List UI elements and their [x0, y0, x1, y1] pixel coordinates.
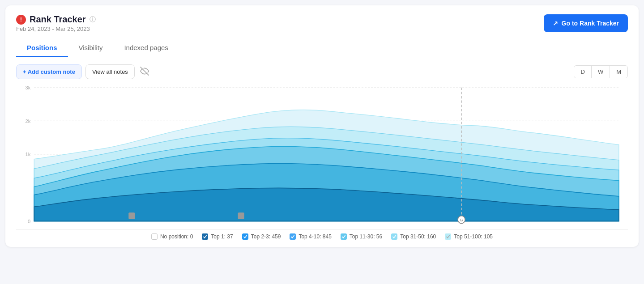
- legend-top2-3-icon: [242, 233, 248, 240]
- period-day-button[interactable]: D: [574, 66, 591, 78]
- svg-text:Dec 9: Dec 9: [455, 225, 468, 226]
- legend-no-position[interactable]: No position: 0: [151, 233, 193, 240]
- tab-visibility[interactable]: Visibility: [68, 39, 114, 57]
- svg-text:Dec 9: Dec 9: [486, 225, 499, 226]
- go-btn-icon: ↗: [553, 20, 558, 27]
- svg-rect-13: [128, 212, 135, 219]
- tab-bar: Positions Visibility Indexed pages: [16, 39, 628, 57]
- svg-text:Dec 9: Dec 9: [567, 225, 580, 226]
- svg-text:0: 0: [28, 218, 30, 224]
- legend-top51-100-icon: [445, 233, 451, 240]
- svg-text:3k: 3k: [26, 85, 31, 90]
- legend-top11-30[interactable]: Top 11-30: 56: [341, 233, 382, 240]
- add-custom-note-button[interactable]: + Add custom note: [16, 64, 82, 79]
- svg-text:Dec 9: Dec 9: [603, 225, 616, 226]
- chart-container: 3k 2k 1k 0 G Sep 9: [16, 83, 628, 226]
- svg-text:Nov 22: Nov 22: [357, 225, 372, 226]
- legend-top31-50[interactable]: Top 31-50: 160: [391, 233, 436, 240]
- rank-tracker-icon: !: [16, 15, 26, 25]
- period-month-button[interactable]: M: [610, 66, 627, 78]
- period-week-button[interactable]: W: [592, 66, 610, 78]
- info-icon[interactable]: ⓘ: [90, 16, 96, 24]
- svg-text:Sep 9: Sep 9: [50, 225, 63, 226]
- svg-text:1k: 1k: [26, 152, 31, 157]
- toggle-notes-button[interactable]: [138, 65, 151, 79]
- svg-text:Dec 9: Dec 9: [522, 225, 535, 226]
- legend-top1-icon: [202, 233, 208, 240]
- tab-positions[interactable]: Positions: [16, 39, 68, 57]
- svg-text:Dec 2: Dec 2: [395, 225, 408, 226]
- svg-rect-14: [238, 212, 244, 219]
- date-range: Feb 24, 2023 - Mar 25, 2023: [16, 25, 96, 32]
- app-title: Rank Tracker: [30, 14, 86, 25]
- legend-top1[interactable]: Top 1: 37: [202, 233, 233, 240]
- legend-top51-100[interactable]: Top 51-100: 105: [445, 233, 493, 240]
- legend-top4-10[interactable]: Top 4-10: 845: [290, 233, 331, 240]
- svg-text:Oct 20: Oct 20: [234, 225, 248, 226]
- legend-top11-30-icon: [341, 233, 347, 240]
- view-all-notes-button[interactable]: View all notes: [85, 64, 135, 79]
- chart-svg: 3k 2k 1k 0 G Sep 9: [16, 83, 628, 226]
- go-to-rank-tracker-button[interactable]: ↗ Go to Rank Tracker: [544, 14, 628, 32]
- chart-legend: No position: 0 Top 1: 37 Top 2-3: 459 To…: [16, 229, 628, 240]
- legend-top2-3[interactable]: Top 2-3: 459: [242, 233, 281, 240]
- svg-text:G: G: [460, 218, 463, 222]
- legend-no-position-icon: [151, 233, 158, 240]
- legend-top4-10-icon: [290, 233, 296, 240]
- svg-text:Oct 17: Oct 17: [203, 225, 218, 226]
- tab-indexed-pages[interactable]: Indexed pages: [113, 39, 179, 57]
- svg-text:Nov 1: Nov 1: [280, 225, 293, 226]
- svg-text:Dec 9: Dec 9: [432, 225, 445, 226]
- legend-top31-50-icon: [391, 233, 397, 240]
- svg-text:Nov 9: Nov 9: [318, 225, 331, 226]
- chart-toolbar: + Add custom note View all notes D W M: [16, 64, 628, 79]
- svg-text:Sep 23: Sep 23: [124, 225, 140, 226]
- svg-text:Oct 7: Oct 7: [168, 225, 179, 226]
- svg-text:Sep 16: Sep 16: [87, 225, 102, 226]
- svg-text:2k: 2k: [26, 118, 31, 123]
- period-selector: D W M: [574, 65, 628, 78]
